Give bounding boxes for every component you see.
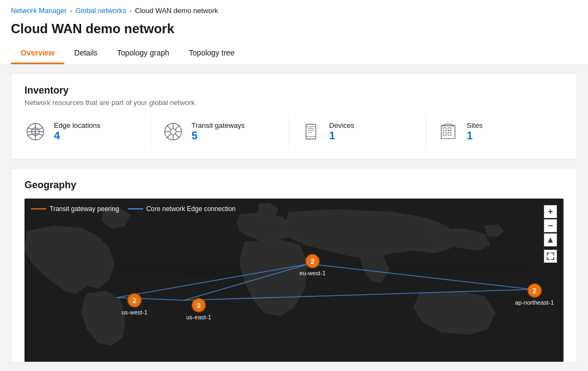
inventory-item-transit-gateways: Transit gateways 5 xyxy=(151,115,289,148)
transit-gateways-icon xyxy=(162,121,184,143)
map-container: Transit gateway peering Core network Edg… xyxy=(24,199,564,362)
legend-transit-label: Transit gateway peering xyxy=(50,205,119,213)
tab-topology-tree[interactable]: Topology tree xyxy=(179,43,244,64)
svg-line-12 xyxy=(175,125,180,129)
inventory-grid: Edge locations 4 xyxy=(24,115,564,148)
breadcrumb: Network Manager › Global networks › Clou… xyxy=(0,0,588,19)
node-badge-us-west-1: 2 xyxy=(127,293,142,307)
tab-topology-graph[interactable]: Topology graph xyxy=(107,43,179,64)
svg-rect-22 xyxy=(448,128,451,131)
svg-rect-23 xyxy=(443,133,446,135)
map-controls: + − ▲ xyxy=(544,205,557,263)
sites-icon xyxy=(437,121,459,143)
edge-locations-count[interactable]: 4 xyxy=(54,129,100,142)
svg-point-5 xyxy=(170,129,176,135)
node-badge-ap-northeast-1: 2 xyxy=(528,283,542,298)
node-label-ap-northeast-1: ap-northeast-1 xyxy=(515,299,554,306)
scroll-up-button[interactable]: ▲ xyxy=(544,233,557,246)
inventory-item-sites: Sites 1 xyxy=(426,115,564,148)
node-label-us-west-1: us-west-1 xyxy=(121,309,148,316)
legend-core-network: Core network Edge connection xyxy=(128,205,236,213)
svg-rect-24 xyxy=(448,133,451,135)
breadcrumb-sep-2: › xyxy=(130,7,132,15)
svg-rect-21 xyxy=(443,128,446,131)
breadcrumb-network-manager[interactable]: Network Manager xyxy=(11,7,67,15)
node-badge-us-east-1: 3 xyxy=(192,298,206,312)
legend-line-core xyxy=(128,208,143,209)
fullscreen-button[interactable] xyxy=(544,250,557,263)
svg-line-13 xyxy=(167,134,171,138)
transit-gateways-label: Transit gateways xyxy=(192,121,245,129)
devices-label: Devices xyxy=(329,121,354,129)
legend-core-label: Core network Edge connection xyxy=(146,205,236,213)
zoom-out-button[interactable]: − xyxy=(544,219,557,232)
breadcrumb-sep-1: › xyxy=(70,7,72,15)
breadcrumb-current-page: Cloud WAN demo network xyxy=(135,7,218,15)
node-label-us-east-1: us-east-1 xyxy=(186,314,211,320)
svg-line-10 xyxy=(167,125,171,129)
inventory-item-devices: Devices 1 xyxy=(289,115,427,148)
svg-line-11 xyxy=(175,134,180,138)
devices-icon xyxy=(300,121,322,143)
inventory-item-edge-locations: Edge locations 4 xyxy=(24,115,151,148)
breadcrumb-global-networks[interactable]: Global networks xyxy=(76,7,126,15)
node-eu-west-1[interactable]: 2 eu-west-1 xyxy=(299,254,326,276)
inventory-subtitle: Network resources that are part of your … xyxy=(24,98,564,107)
edge-locations-icon xyxy=(24,121,46,143)
legend-line-transit xyxy=(31,208,46,209)
tabs-container: Overview Details Topology graph Topology… xyxy=(11,43,577,64)
edge-locations-label: Edge locations xyxy=(54,121,100,129)
inventory-title: Inventory xyxy=(24,85,564,96)
tab-details[interactable]: Details xyxy=(64,43,107,64)
geography-title: Geography xyxy=(24,180,564,191)
zoom-in-button[interactable]: + xyxy=(544,205,557,218)
node-us-west-1[interactable]: 2 us-west-1 xyxy=(121,293,148,316)
transit-gateways-count[interactable]: 5 xyxy=(192,129,245,142)
tab-overview[interactable]: Overview xyxy=(11,43,64,64)
devices-count[interactable]: 1 xyxy=(329,129,354,142)
node-badge-eu-west-1: 2 xyxy=(305,254,320,268)
node-us-east-1[interactable]: 3 us-east-1 xyxy=(186,298,211,320)
page-title: Cloud WAN demo network xyxy=(11,21,577,43)
inventory-card: Inventory Network resources that are par… xyxy=(11,73,577,159)
sites-count[interactable]: 1 xyxy=(467,129,482,142)
legend-transit-peering: Transit gateway peering xyxy=(31,205,119,213)
node-label-eu-west-1: eu-west-1 xyxy=(299,270,326,276)
node-ap-northeast-1[interactable]: 2 ap-northeast-1 xyxy=(515,283,554,306)
geography-card: Geography xyxy=(11,168,577,362)
sites-label: Sites xyxy=(467,121,482,129)
map-legend: Transit gateway peering Core network Edg… xyxy=(31,205,236,213)
